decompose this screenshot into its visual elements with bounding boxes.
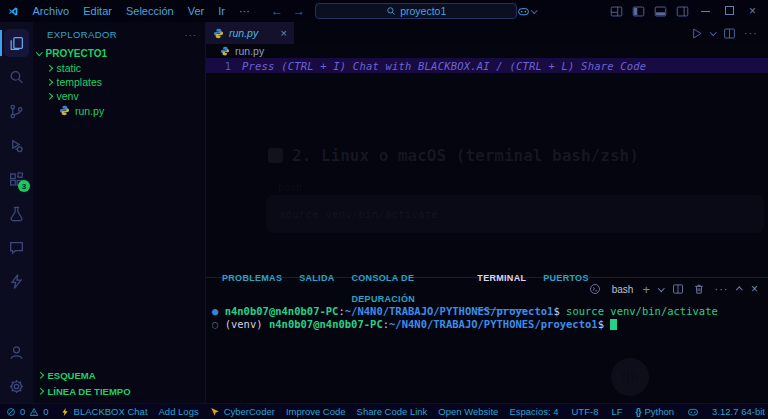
improve-code-button[interactable]: Improve Code [286, 406, 346, 417]
chevron-right-icon [37, 372, 43, 378]
problems-status[interactable]: 0 0 [6, 406, 49, 417]
status-label: Python [645, 406, 675, 417]
braces-icon: {} [636, 407, 641, 417]
menu-more[interactable]: ··· [232, 0, 257, 22]
menu-archivo[interactable]: Archivo [26, 0, 77, 22]
close-panel-icon[interactable]: × [751, 282, 758, 296]
eol-status[interactable]: LF [611, 406, 622, 417]
split-terminal-icon[interactable] [672, 283, 684, 295]
bottom-panel: PROBLEMAS SALIDA CONSOLA DE DEPURACIÓN T… [206, 277, 768, 403]
timeline-section[interactable]: LÍNEA DE TIEMPO [33, 386, 205, 397]
outline-section[interactable]: ESQUEMA [33, 370, 205, 381]
panel-header: PROBLEMAS SALIDA CONSOLA DE DEPURACIÓN T… [206, 278, 768, 300]
menu-ver[interactable]: Ver [181, 0, 212, 22]
project-root-folder[interactable]: PROYECTO1 [33, 46, 205, 61]
python-file-icon [213, 28, 224, 39]
files-icon [8, 35, 25, 52]
blackbox-chat-button[interactable]: BLACKBOX Chat [60, 406, 148, 417]
folder-static[interactable]: static [33, 61, 205, 75]
file-run-py[interactable]: run.py [33, 103, 205, 118]
folder-templates[interactable]: templates [33, 75, 205, 89]
tab-run-py[interactable]: run.py × [206, 22, 294, 44]
run-python-file-icon[interactable] [690, 27, 703, 40]
new-terminal-icon[interactable]: + [642, 282, 650, 297]
share-code-link-button[interactable]: Share Code Link [357, 406, 428, 417]
gear-icon [8, 378, 25, 395]
toggle-secondary-sidebar-icon[interactable] [676, 5, 689, 18]
folder-venv[interactable]: venv [33, 89, 205, 103]
explorer-sidebar: EXPLORADOR ··· PROYECTO1 static template… [33, 22, 205, 403]
menu-ir[interactable]: Ir [211, 0, 232, 22]
section-label: ESQUEMA [48, 370, 96, 381]
lightning-icon [60, 407, 70, 417]
menu-editar[interactable]: Editar [76, 0, 119, 22]
activity-search[interactable] [0, 60, 33, 94]
terminal-output[interactable]: ● n4n0b07@n4n0b07-PC:~/N4N0/TRABAJO/PYTH… [206, 300, 768, 403]
activity-testing[interactable] [0, 196, 33, 230]
file-label: run.py [75, 105, 104, 117]
kill-terminal-trash-icon[interactable] [693, 283, 705, 295]
command-center-search[interactable]: proyecto1 [315, 3, 518, 19]
ghost-code-language: bash [278, 182, 302, 193]
status-bar: 0 0 BLACKBOX Chat Add Logs CyberCoder Im… [0, 403, 768, 419]
editor-more-actions[interactable]: ··· [744, 27, 758, 39]
activity-run-debug[interactable] [0, 128, 33, 162]
status-label: LF [611, 406, 622, 417]
tab-close-icon[interactable]: × [281, 27, 287, 39]
terminal-shell-label[interactable]: bash [612, 284, 634, 295]
menu-seleccion[interactable]: Selección [119, 0, 181, 22]
run-debug-icon [8, 137, 25, 154]
editor-tab-bar: run.py × ··· [206, 22, 768, 44]
account-button[interactable] [0, 335, 33, 369]
open-website-button[interactable]: Open Website [438, 406, 498, 417]
activity-chat[interactable] [0, 230, 33, 264]
warning-icon [29, 407, 39, 417]
chevron-right-icon [46, 65, 52, 71]
settings-button[interactable] [0, 369, 33, 403]
restore-button[interactable] [722, 0, 737, 22]
account-icon [8, 344, 25, 361]
git-branch-icon [8, 103, 25, 120]
activity-blackbox[interactable] [0, 264, 33, 298]
customize-layout-icon[interactable] [610, 5, 623, 18]
panel-more-actions[interactable]: ··· [714, 283, 728, 295]
forward-arrow-icon[interactable]: → [293, 4, 305, 18]
activity-explorer[interactable] [0, 26, 33, 60]
copilot-menu[interactable] [517, 5, 537, 18]
encoding-status[interactable]: UTF-8 [572, 406, 599, 417]
maximize-panel-chevron-icon[interactable] [737, 287, 743, 293]
language-mode-status[interactable]: {} Python [636, 406, 675, 417]
ghost-code-block: source venv/bin/activate [266, 195, 764, 233]
search-icon [8, 69, 25, 86]
activity-source-control[interactable] [0, 94, 33, 128]
minimize-button[interactable] [698, 0, 713, 22]
explorer-more-actions[interactable]: ··· [185, 29, 198, 40]
section-label: LÍNEA DE TIEMPO [48, 386, 131, 397]
chevron-down-icon [36, 49, 42, 55]
run-dropdown-chevron-icon[interactable] [710, 29, 716, 35]
add-logs-button[interactable]: Add Logs [159, 406, 199, 417]
terminal-dropdown-chevron-icon[interactable] [658, 285, 664, 291]
close-button[interactable]: × [746, 0, 759, 22]
folder-label: venv [57, 90, 79, 102]
breadcrumb[interactable]: run.py [206, 44, 768, 58]
toggle-sidebar-icon[interactable] [632, 5, 645, 18]
terminal-line-2: ○ (venv) n4n0b07@n4n0b07-PC:~/N4N0/TRABA… [212, 318, 768, 331]
indent-status[interactable]: Espacios: 4 [509, 406, 558, 417]
explorer-title: EXPLORADOR [47, 29, 117, 40]
inline-chat-hint: Press (CTRL + I) Chat with BLACKBOX.AI /… [242, 60, 646, 72]
python-interpreter-status[interactable]: 3.12.7 64-bit [712, 406, 765, 417]
activity-extensions[interactable]: 3 [0, 162, 33, 196]
comment-icon [8, 239, 25, 256]
chevron-right-icon [37, 388, 43, 394]
activity-bar: 3 [0, 22, 33, 403]
toggle-panel-icon[interactable] [654, 5, 667, 18]
cursor-pointer-icon [210, 407, 220, 417]
status-label: Improve Code [286, 406, 346, 417]
copilot-status-icon[interactable] [687, 406, 699, 418]
back-arrow-icon[interactable]: ← [271, 4, 283, 18]
split-editor-icon[interactable] [723, 27, 736, 40]
folder-label: static [57, 62, 82, 74]
code-editor[interactable]: 1 Press (CTRL + I) Chat with BLACKBOX.AI… [206, 58, 768, 277]
cybercoder-button[interactable]: CyberCoder [210, 406, 275, 417]
